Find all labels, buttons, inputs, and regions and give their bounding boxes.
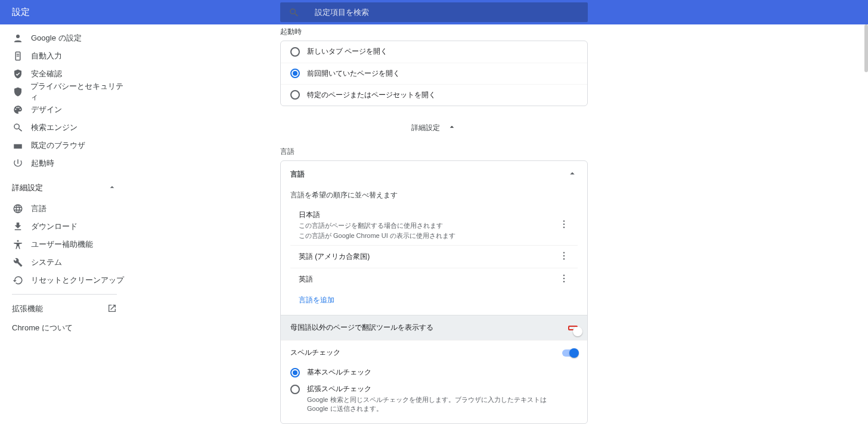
radio-icon [290,385,300,394]
language-sub: この言語がページを翻訳する場合に使用されます [299,221,455,230]
translate-toggle-row: 母国語以外のページで翻訳ツールを表示する [281,315,587,340]
external-link-icon [107,304,117,315]
language-sub: この言語が Google Chrome UI の表示に使用されます [299,231,455,240]
person-icon [12,32,24,44]
startup-card: 新しいタブ ページを開く 前回開いていたページを開く 特定のページまたはページセ… [280,41,588,106]
sidebar-item-autofill[interactable]: 自動入力 [0,47,129,65]
svg-point-2 [563,221,565,222]
language-name: 日本語 [299,210,455,220]
browser-icon [12,140,24,151]
svg-point-10 [563,281,565,282]
chevron-up-icon [447,122,457,134]
sidebar-item-google[interactable]: Google の設定 [0,29,129,47]
sidebar-section-advanced[interactable]: 詳細設定 [0,176,129,200]
chevron-up-icon [567,168,578,181]
advanced-divider[interactable]: 詳細設定 [280,116,588,140]
language-item: 英語 (アメリカ合衆国) [290,245,578,268]
accessibility-icon [12,239,24,250]
sidebar-item-label: 検索エンジン [31,122,78,133]
sidebar-item-label: デザイン [31,104,62,115]
spellcheck-enhanced-option[interactable]: 拡張スペルチェック Google 検索と同じスペルチェックを使用します。ブラウザ… [281,382,587,416]
startup-option-specific[interactable]: 特定のページまたはページセットを開く [281,84,587,106]
sidebar-item-label: 既定のブラウザ [31,140,85,151]
language-name: 英語 [299,274,313,284]
radio-icon [290,47,300,57]
search-icon [289,7,299,18]
spellcheck-heading: スペルチェック [290,348,340,358]
sidebar-item-label: Chrome について [12,323,73,333]
language-more-button[interactable] [559,219,569,231]
sidebar-item-label: ダウンロード [31,221,78,232]
radio-icon [290,368,300,377]
sidebar-item-label: リセットとクリーンアップ [31,275,124,286]
svg-point-1 [17,240,19,242]
power-icon [12,157,24,169]
svg-point-6 [563,255,565,256]
clipboard-icon [12,50,24,62]
language-more-button[interactable] [559,273,569,286]
sidebar-item-system[interactable]: システム [0,253,129,271]
sidebar-item-reset[interactable]: リセットとクリーンアップ [0,271,129,289]
wrench-icon [12,256,24,268]
sidebar-item-startup[interactable]: 起動時 [0,154,129,172]
language-item: 日本語 この言語がページを翻訳する場合に使用されます この言語が Google … [290,205,578,245]
sidebar-item-label: 拡張機能 [12,304,43,314]
radio-label: 基本スペルチェック [307,367,371,377]
radio-sublabel: Google 検索と同じスペルチェックを使用します。ブラウザに入力したテキストは… [307,395,557,413]
sidebar-item-label: 安全確認 [31,69,62,79]
scrollbar[interactable] [864,24,868,72]
sidebar-item-privacy[interactable]: プライバシーとセキュリティ [0,83,129,101]
shield-check-icon [12,68,24,80]
palette-icon [12,104,24,116]
sidebar-item-label: Google の設定 [31,33,82,44]
language-card: 言語 言語を希望の順序に並べ替えます 日本語 この言語がページを翻訳する場合に使… [280,160,588,424]
sidebar-item-downloads[interactable]: ダウンロード [0,218,129,236]
sidebar-item-appearance[interactable]: デザイン [0,101,129,119]
startup-option-continue[interactable]: 前回開いていたページを開く [281,63,587,84]
spellcheck-toggle-row: スペルチェック [281,340,587,365]
startup-option-newtab[interactable]: 新しいタブ ページを開く [281,41,587,63]
sidebar-item-label: 言語 [31,203,46,214]
download-icon [12,221,24,233]
sidebar-item-label: 自動入力 [31,51,62,61]
sidebar-item-accessibility[interactable]: ユーザー補助機能 [0,236,129,253]
language-more-button[interactable] [559,250,569,263]
radio-label: 新しいタブ ページを開く [307,47,388,57]
language-reorder-desc: 言語を希望の順序に並べ替えます [281,188,587,205]
language-item: 英語 [290,268,578,290]
sidebar-item-languages[interactable]: 言語 [0,200,129,218]
radio-label: 前回開いていたページを開く [307,69,400,79]
search-input[interactable] [315,8,579,17]
language-expander[interactable]: 言語 [281,161,587,188]
svg-point-4 [563,227,565,228]
svg-point-8 [563,275,565,276]
highlight-box [568,326,578,330]
add-language-button[interactable]: 言語を追加 [290,290,578,310]
search-icon [12,122,24,134]
shield-icon [12,86,23,98]
globe-icon [12,203,24,215]
svg-point-0 [16,35,20,38]
sidebar-item-label: プライバシーとセキュリティ [30,81,129,103]
sidebar-section-label: 詳細設定 [12,182,43,193]
restore-icon [12,274,24,286]
spellcheck-toggle[interactable] [562,349,578,357]
startup-heading: 起動時 [280,24,588,41]
advanced-divider-label: 詳細設定 [411,123,440,133]
svg-point-9 [563,278,565,279]
sidebar-item-safety[interactable]: 安全確認 [0,65,129,83]
radio-icon [290,69,300,78]
sidebar-item-default-browser[interactable]: 既定のブラウザ [0,137,129,154]
svg-point-3 [563,224,565,225]
search-box[interactable] [280,2,588,22]
sidebar-item-extensions[interactable]: 拡張機能 [0,299,129,318]
translate-toggle-label: 母国語以外のページで翻訳ツールを表示する [290,323,433,333]
language-card-head: 言語 [290,169,305,179]
sidebar-item-search-engine[interactable]: 検索エンジン [0,119,129,137]
page-title: 設定 [0,7,280,18]
language-heading: 言語 [280,144,588,160]
sidebar-item-about[interactable]: Chrome について [0,318,129,338]
sidebar-item-label: 起動時 [31,158,54,169]
sidebar-item-label: ユーザー補助機能 [31,239,93,250]
spellcheck-basic-option[interactable]: 基本スペルチェック [281,365,587,382]
